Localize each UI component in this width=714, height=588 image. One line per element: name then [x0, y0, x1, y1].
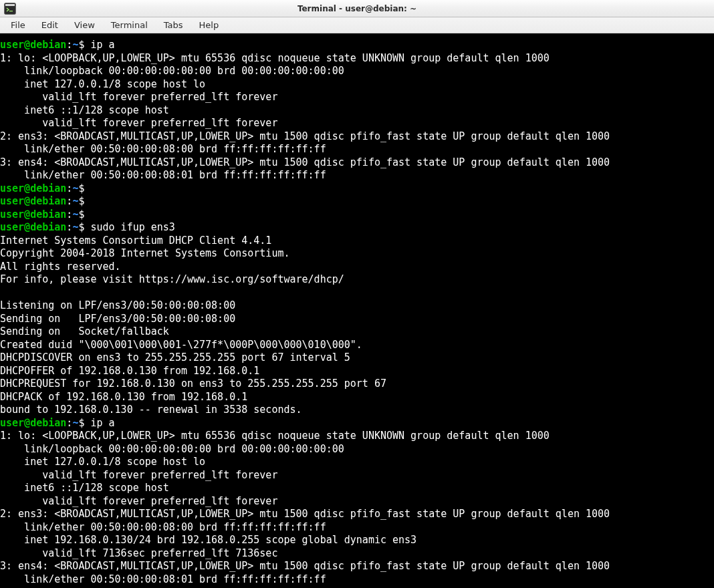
menu-view[interactable]: View	[66, 19, 103, 31]
svg-rect-2	[9, 11, 13, 11]
menu-file[interactable]: File	[3, 19, 33, 31]
menu-tabs[interactable]: Tabs	[156, 19, 191, 31]
menu-help[interactable]: Help	[191, 19, 227, 31]
window-titlebar: Terminal - user@debian: ~	[0, 0, 714, 17]
terminal-icon	[4, 3, 16, 15]
menu-terminal[interactable]: Terminal	[103, 19, 156, 31]
window-title: Terminal - user@debian: ~	[0, 4, 714, 13]
svg-rect-1	[5, 4, 15, 6]
menubar: File Edit View Terminal Tabs Help	[0, 17, 714, 33]
menu-edit[interactable]: Edit	[33, 19, 66, 31]
terminal-output[interactable]: user@debian:~$ ip a 1: lo: <LOOPBACK,UP,…	[0, 33, 714, 583]
